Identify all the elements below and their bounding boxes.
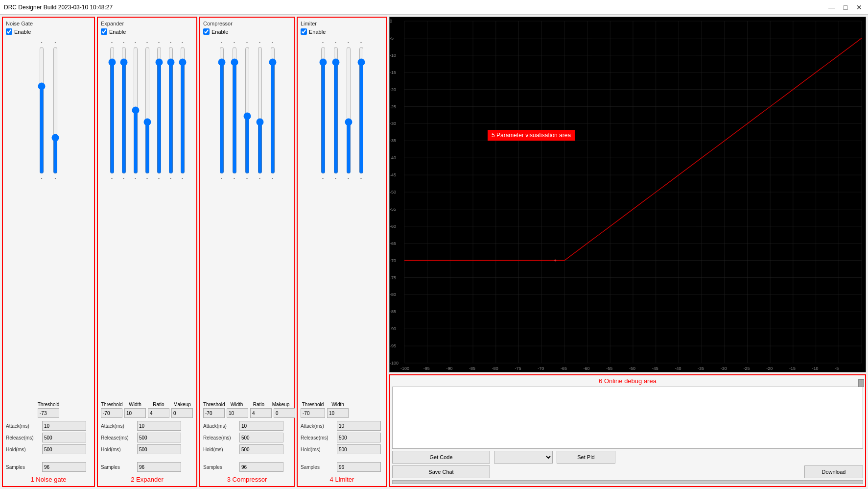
comp-release-input[interactable] — [239, 433, 283, 442]
comp-width-label: Width — [227, 402, 247, 407]
comp-ratio-input[interactable] — [250, 408, 272, 418]
app-title: DRC Designer Build 2023-03-10 10:48:27 — [4, 4, 113, 11]
exp-slider-3[interactable] — [131, 47, 141, 174]
limiter-title: Limiter — [301, 21, 383, 26]
comp-makeup-input[interactable] — [274, 408, 295, 418]
lim-slider-1[interactable] — [318, 47, 328, 174]
debug-controls-row2: Save Chat Download — [392, 465, 863, 478]
set-pid-button[interactable]: Set Pid — [557, 451, 615, 464]
lim-samples-label: Samples — [301, 465, 335, 470]
chart-tooltip: 5 Parameter visualisation area — [488, 130, 575, 141]
exp-slider-1[interactable] — [107, 47, 117, 174]
maximize-button[interactable]: □ — [841, 2, 850, 12]
exp-slider-2[interactable] — [119, 47, 129, 174]
exp-ratio-input[interactable] — [148, 408, 169, 418]
comp-samples-input[interactable] — [239, 462, 283, 472]
lim-width-input[interactable] — [327, 408, 349, 418]
close-button[interactable]: ✕ — [854, 2, 864, 12]
lim-attack-input[interactable] — [337, 421, 381, 431]
ng-hold-label: Hold(ms) — [6, 447, 40, 452]
pid-dropdown[interactable] — [494, 451, 553, 464]
comp-release-label: Release(ms) — [203, 435, 237, 440]
exp-samples-input[interactable] — [137, 462, 181, 472]
limiter-sliders: - - - - - - - - — [301, 38, 383, 402]
ng-attack-label: Attack(ms) — [6, 423, 40, 429]
lim-threshold-input[interactable] — [301, 408, 325, 418]
lim-slider-4[interactable] — [356, 47, 366, 174]
exp-makeup-input[interactable] — [171, 408, 193, 418]
compressor-enable-checkbox[interactable] — [203, 28, 210, 35]
limiter-enable-checkbox[interactable] — [301, 28, 307, 35]
ng-threshold-input[interactable] — [38, 408, 59, 418]
lim-slider-2[interactable] — [331, 47, 341, 174]
lim-release-label: Release(ms) — [301, 435, 335, 440]
lim-hold-input[interactable] — [337, 444, 381, 454]
exp-slider-1-col: - - — [107, 40, 117, 400]
ng-slider-2[interactable] — [50, 47, 60, 174]
lim-samples-input[interactable] — [337, 462, 381, 472]
ng-release-input[interactable] — [42, 433, 86, 442]
noise-gate-panel-label: 1 Noise gate — [6, 474, 91, 483]
scroll-handle[interactable] — [858, 379, 864, 387]
exp-release-label: Release(ms) — [101, 435, 135, 440]
exp-release-input[interactable] — [137, 433, 181, 442]
comp-slider-3[interactable] — [242, 47, 252, 174]
noise-gate-enable-checkbox[interactable] — [6, 28, 12, 35]
comp-slider-5[interactable] — [268, 47, 278, 174]
comp-threshold-input[interactable] — [203, 408, 225, 418]
ng-threshold-label: Threshold — [6, 402, 91, 407]
debug-textarea[interactable] — [392, 387, 863, 449]
ng-slider-1[interactable] — [37, 47, 47, 174]
ng-samples-row: Samples — [6, 462, 91, 472]
noise-gate-enable-label: Enable — [14, 29, 31, 35]
noise-gate-sliders: - - - - — [6, 38, 91, 402]
ng-release-label: Release(ms) — [6, 435, 40, 440]
exp-slider-4[interactable] — [142, 47, 152, 174]
comp-slider-4[interactable] — [255, 47, 265, 174]
exp-width-input[interactable] — [124, 408, 146, 418]
expander-sliders: - - - - - - - - — [101, 38, 193, 402]
expander-enable-checkbox[interactable] — [101, 28, 107, 35]
exp-threshold-input[interactable] — [101, 408, 122, 418]
get-code-button[interactable]: Get Code — [392, 451, 490, 464]
comp-hold-input[interactable] — [239, 444, 283, 454]
ng-samples-label: Samples — [6, 465, 40, 470]
limiter-enable-label: Enable — [309, 29, 326, 35]
chart-area: 5 Parameter visualisation area — [389, 17, 866, 372]
expander-panel-label: 2 Expander — [101, 474, 193, 483]
limiter-panel-label: 4 Limiter — [301, 474, 383, 483]
exp-hold-label: Hold(ms) — [101, 447, 135, 452]
noise-gate-enable-row: Enable — [6, 28, 91, 35]
exp-attack-label: Attack(ms) — [101, 423, 135, 429]
comp-width-input[interactable] — [227, 408, 248, 418]
comp-ratio-label: Ratio — [249, 402, 269, 407]
exp-slider-6[interactable] — [166, 47, 176, 174]
compressor-panel-label: 3 Compressor — [203, 474, 291, 483]
comp-attack-input[interactable] — [239, 421, 283, 431]
comp-samples-label: Samples — [203, 465, 237, 470]
exp-slider-5[interactable] — [154, 47, 164, 174]
lim-slider-3[interactable] — [344, 47, 353, 174]
exp-attack-input[interactable] — [137, 421, 181, 431]
lim-release-input[interactable] — [337, 433, 381, 442]
download-button[interactable]: Download — [804, 465, 863, 478]
exp-hold-input[interactable] — [137, 444, 181, 454]
debug-controls-row1: Get Code Set Pid — [392, 451, 863, 464]
ng-attack-input[interactable] — [42, 421, 86, 431]
save-chat-button[interactable]: Save Chat — [392, 465, 490, 478]
ng-slider-2-top: - — [55, 40, 56, 45]
ng-slider-2-bottom: - — [55, 176, 56, 181]
comp-slider-2[interactable] — [230, 47, 239, 174]
debug-panel-label: 6 Online debug area — [392, 377, 863, 385]
title-bar: DRC Designer Build 2023-03-10 10:48:27 —… — [0, 0, 868, 15]
ng-hold-input[interactable] — [42, 444, 86, 454]
ng-samples-input[interactable] — [42, 462, 86, 472]
minimize-button[interactable]: — — [827, 2, 837, 12]
exp-ratio-label: Ratio — [148, 402, 169, 407]
comp-attack-label: Attack(ms) — [203, 423, 237, 429]
comp-slider-1[interactable] — [217, 47, 227, 174]
compressor-panel: Compressor Enable - - - - - — [199, 17, 295, 487]
compressor-enable-label: Enable — [211, 29, 228, 35]
progress-bar — [392, 480, 863, 484]
exp-slider-7[interactable] — [178, 47, 188, 174]
